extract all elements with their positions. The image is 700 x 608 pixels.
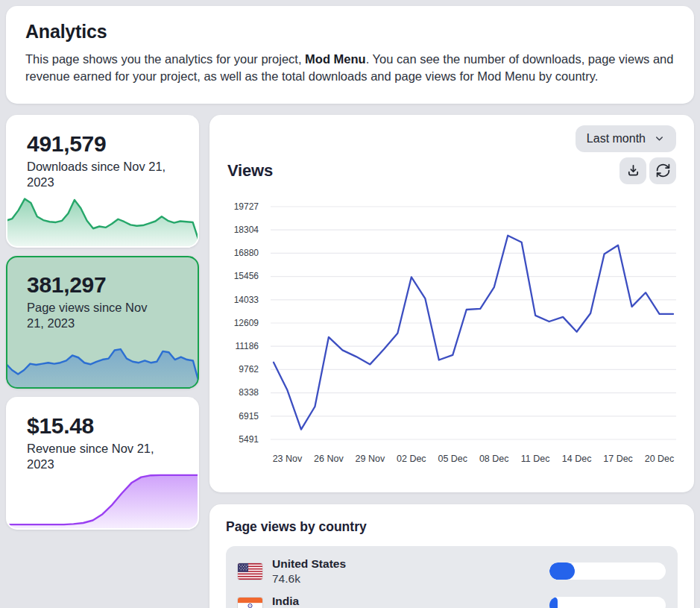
country-name: United States <box>272 557 346 571</box>
pageviews-sparkline <box>6 329 199 389</box>
chevron-down-icon <box>654 133 665 144</box>
country-pageviews-value: 74.6k <box>272 572 346 586</box>
stat-card-column: 491,579 Downloads since Nov 21, 2023 381… <box>6 115 199 538</box>
views-chart-card: Last month Views <box>209 115 694 492</box>
refresh-icon <box>655 163 671 178</box>
revenue-amount: $15.48 <box>7 398 198 439</box>
pageviews-count: 381,297 <box>7 257 198 298</box>
analytics-header-card: Analytics This page shows you the analyt… <box>6 6 694 104</box>
country-bar-fill <box>549 597 558 608</box>
country-bar-track <box>549 597 666 608</box>
us-flag-icon <box>238 563 262 580</box>
downloads-label: Downloads since Nov 21, 2023 <box>7 157 186 190</box>
views-x-axis: 23 Nov26 Nov29 Nov02 Dec05 Dec08 Dec11 D… <box>271 447 676 468</box>
country-row-india: India <box>236 590 667 608</box>
date-range-selector[interactable]: Last month <box>576 125 676 152</box>
pageviews-label: Page views since Nov 21, 2023 <box>7 298 186 331</box>
country-list: United States 74.6k <box>226 546 678 608</box>
country-name: India <box>272 595 299 608</box>
date-range-label: Last month <box>587 132 646 145</box>
downloads-sparkline <box>6 188 199 248</box>
download-chart-button[interactable] <box>619 157 646 184</box>
views-y-axis: 1972718304168801545614033126091118697628… <box>227 201 266 447</box>
country-views-card: Page views by country <box>209 504 694 608</box>
revenue-label: Revenue since Nov 21, 2023 <box>7 439 186 472</box>
india-flag-icon <box>238 598 262 608</box>
downloads-count: 491,579 <box>7 116 198 157</box>
project-name: Mod Menu <box>305 52 366 66</box>
views-plot: 1972718304168801545614033126091118697628… <box>227 201 676 468</box>
country-bar-track <box>549 562 666 580</box>
revenue-stat-card[interactable]: $15.48 Revenue since Nov 21, 2023 <box>6 397 199 530</box>
refresh-chart-button[interactable] <box>649 157 676 184</box>
page-description: This page shows you the analytics for yo… <box>25 51 675 86</box>
country-row-united-states: United States 74.6k <box>236 553 667 590</box>
page-title: Analytics <box>25 21 675 43</box>
country-bar-fill <box>549 562 575 580</box>
views-plot-svg <box>271 201 676 447</box>
revenue-sparkline <box>6 470 199 530</box>
pageviews-stat-card[interactable]: 381,297 Page views since Nov 21, 2023 <box>6 256 199 389</box>
downloads-stat-card[interactable]: 491,579 Downloads since Nov 21, 2023 <box>6 115 199 248</box>
views-chart-title: Views <box>227 161 273 181</box>
download-icon <box>625 163 641 178</box>
country-card-title: Page views by country <box>226 519 678 535</box>
